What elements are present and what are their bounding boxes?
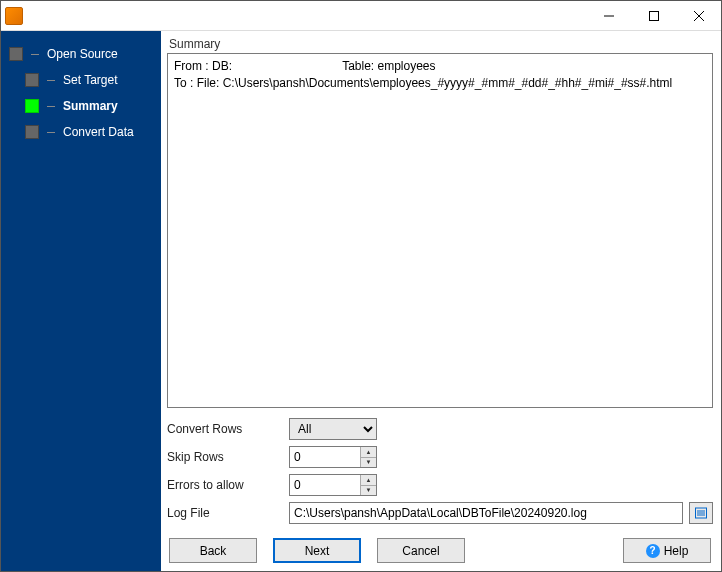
step-box-icon: [25, 125, 39, 139]
convert-rows-label: Convert Rows: [167, 422, 283, 436]
help-icon: ?: [646, 544, 660, 558]
connector-icon: [47, 80, 55, 81]
spin-down-icon[interactable]: ▼: [361, 486, 376, 496]
close-button[interactable]: [676, 1, 721, 30]
sidebar-item-convert-data[interactable]: Convert Data: [1, 119, 161, 145]
errors-label: Errors to allow: [167, 478, 283, 492]
help-button[interactable]: ? Help: [623, 538, 711, 563]
step-box-icon: [25, 99, 39, 113]
sidebar-item-open-source[interactable]: Open Source: [1, 41, 161, 67]
skip-rows-spinner[interactable]: ▲ ▼: [289, 446, 377, 468]
svg-rect-1: [649, 11, 658, 20]
skip-rows-input[interactable]: [290, 447, 360, 467]
titlebar: [1, 1, 721, 31]
sidebar-item-label: Summary: [63, 99, 118, 113]
cancel-button[interactable]: Cancel: [377, 538, 465, 563]
connector-icon: [31, 54, 39, 55]
spin-up-icon[interactable]: ▲: [361, 475, 376, 486]
summary-to: To : File: C:\Users\pansh\Documents\empl…: [174, 75, 706, 92]
skip-rows-label: Skip Rows: [167, 450, 283, 464]
log-file-label: Log File: [167, 506, 283, 520]
step-box-icon: [25, 73, 39, 87]
connector-icon: [47, 106, 55, 107]
convert-rows-select[interactable]: All: [289, 418, 377, 440]
sidebar-item-label: Set Target: [63, 73, 117, 87]
spin-down-icon[interactable]: ▼: [361, 458, 376, 468]
sidebar-item-set-target[interactable]: Set Target: [1, 67, 161, 93]
errors-input[interactable]: [290, 475, 360, 495]
summary-from-table: Table: employees: [342, 59, 435, 73]
maximize-button[interactable]: [631, 1, 676, 30]
app-icon: [5, 7, 23, 25]
step-box-icon: [9, 47, 23, 61]
sidebar: Open Source Set Target Summary Convert D…: [1, 31, 161, 571]
section-title: Summary: [167, 37, 713, 51]
minimize-button[interactable]: [586, 1, 631, 30]
summary-from-db: From : DB:: [174, 58, 339, 75]
browse-log-button[interactable]: [689, 502, 713, 524]
sidebar-item-label: Open Source: [47, 47, 118, 61]
connector-icon: [47, 132, 55, 133]
sidebar-item-label: Convert Data: [63, 125, 134, 139]
errors-spinner[interactable]: ▲ ▼: [289, 474, 377, 496]
main-panel: Summary From : DB: Table: employees To :…: [161, 31, 721, 571]
next-button[interactable]: Next: [273, 538, 361, 563]
sidebar-item-summary[interactable]: Summary: [1, 93, 161, 119]
summary-textarea[interactable]: From : DB: Table: employees To : File: C…: [167, 53, 713, 408]
spin-up-icon[interactable]: ▲: [361, 447, 376, 458]
log-file-input[interactable]: [289, 502, 683, 524]
back-button[interactable]: Back: [169, 538, 257, 563]
app-window: Open Source Set Target Summary Convert D…: [0, 0, 722, 572]
folder-icon: [694, 506, 708, 520]
